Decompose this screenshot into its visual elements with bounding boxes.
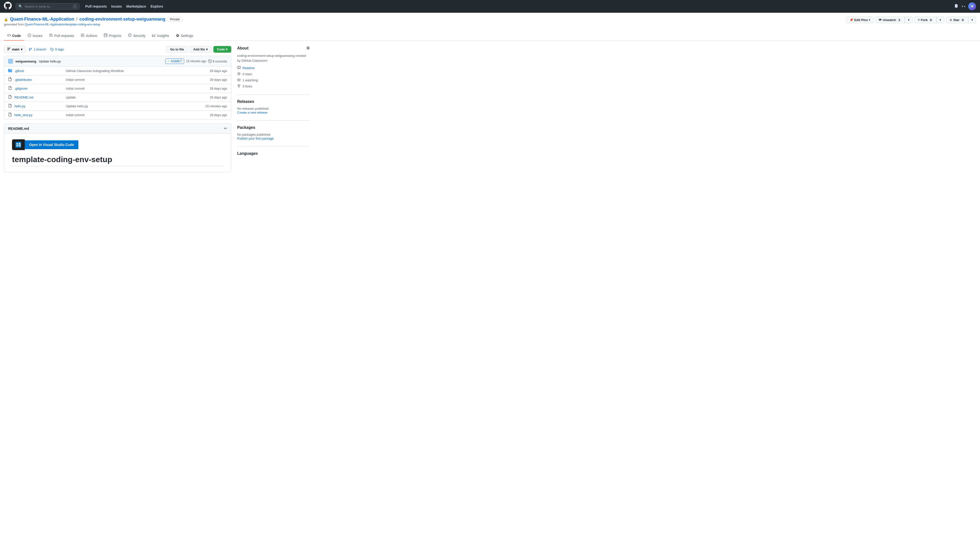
file-name-link[interactable]: README.md: [14, 95, 64, 99]
table-row: .gitignore Initial commit 29 days ago: [4, 84, 231, 93]
star-button[interactable]: ☆ Star 0: [946, 17, 968, 23]
file-time: 29 days ago: [198, 113, 227, 117]
commit-time: 15 minutes ago: [186, 59, 206, 63]
generated-from: generated from Quant-Finance-ML-Applicat…: [4, 23, 846, 26]
branches-link[interactable]: 1 branch: [29, 48, 46, 51]
commit-author-name[interactable]: weiguanwang: [16, 59, 36, 63]
sidebar-languages-title: Languages: [237, 151, 310, 156]
notification-icon[interactable]: [954, 4, 958, 9]
nav-explore[interactable]: Explore: [150, 5, 163, 8]
commits-link[interactable]: 9 commits: [208, 59, 227, 63]
file-name-link[interactable]: hello_test.py: [14, 113, 64, 117]
readme-box: README.md ✏ Open in Visual Studio Code t…: [4, 124, 231, 172]
branch-info: 1 branch 0 tags: [29, 48, 64, 51]
go-to-file-button[interactable]: Go to file: [166, 46, 188, 52]
tags-link[interactable]: 0 tags: [50, 48, 64, 51]
star-icon: ☆: [950, 18, 952, 22]
add-icon[interactable]: +▾: [961, 4, 965, 9]
readme-heading: template-coding-env-setup: [12, 155, 223, 166]
forks-count: 0 forks: [243, 84, 252, 88]
github-logo[interactable]: [4, 2, 12, 11]
template-link[interactable]: Quant-Finance-ML-Application/template-co…: [25, 23, 100, 26]
fork-btn-group: ⑂ Fork 0 ▾: [915, 17, 944, 23]
readme-edit-icon[interactable]: ✏: [224, 126, 227, 131]
fork-button[interactable]: ⑂ Fork 0: [915, 17, 936, 23]
tab-pull-requests-label: Pull requests: [54, 34, 74, 38]
readme-header: README.md ✏: [4, 124, 231, 133]
sidebar-stat-readme: Readme: [237, 66, 310, 70]
unwatch-caret-button[interactable]: ▾: [905, 17, 913, 23]
table-row: hello.py Update hello.py 15 minutes ago: [4, 102, 231, 111]
repo-header-left: 🔒 Quant-Finance-ML-Application / coding-…: [4, 17, 846, 29]
fork-dropdown-icon: ▾: [940, 18, 941, 22]
file-time: 15 minutes ago: [198, 104, 227, 108]
vscode-icon-part: [12, 139, 25, 150]
sidebar-divider-3: [237, 146, 310, 146]
tab-actions[interactable]: Actions: [78, 31, 100, 41]
unwatch-dropdown-icon: ▾: [908, 18, 910, 22]
no-releases-text: No releases published: [237, 107, 310, 110]
branch-name: main: [12, 48, 19, 51]
edit-pins-button[interactable]: 📌 Edit Pins ▾: [846, 17, 874, 23]
readme-link[interactable]: Readme: [243, 66, 255, 70]
vscode-button[interactable]: Open in Visual Studio Code: [12, 139, 78, 150]
code-button[interactable]: Code ▾: [213, 46, 232, 52]
tab-issues-label: Issues: [33, 34, 42, 38]
nav-pull-requests[interactable]: Pull requests: [85, 5, 107, 8]
tab-actions-label: Actions: [86, 34, 97, 38]
file-name-link[interactable]: .github: [14, 69, 64, 73]
avatar[interactable]: W: [968, 2, 976, 10]
file-commit-message: Update hello.py: [66, 104, 195, 108]
file-icon: [8, 113, 12, 117]
sidebar-stat-watching: 1 watching: [237, 78, 310, 82]
nav-marketplace[interactable]: Marketplace: [126, 5, 146, 8]
branch-selector[interactable]: main ▾: [4, 46, 26, 53]
repo-owner-link[interactable]: Quant-Finance-ML-Application: [10, 17, 74, 22]
branch-bar-right: Go to file Add file ▾ Code ▾: [166, 46, 231, 52]
file-commit-message: Initial commit: [66, 78, 195, 81]
file-icon: [8, 86, 12, 91]
search-bar[interactable]: 🔍 /: [16, 3, 80, 10]
file-time: 29 days ago: [198, 87, 227, 91]
file-name-link[interactable]: hello.py: [14, 104, 64, 108]
unwatch-button[interactable]: 👁 Unwatch 1: [875, 17, 905, 23]
tab-code[interactable]: Code: [4, 31, 24, 41]
add-file-button[interactable]: Add file ▾: [189, 46, 212, 52]
add-file-caret-icon: ▾: [206, 48, 208, 51]
eye-stat-icon: [237, 78, 240, 82]
file-icon: [8, 95, 12, 100]
tab-projects-label: Projects: [109, 34, 121, 38]
file-commit-message: update: [66, 95, 195, 99]
commit-message: Update hello.py: [39, 59, 61, 63]
publish-package-link[interactable]: Publish your first package: [237, 137, 274, 140]
star-caret-button[interactable]: ▾: [968, 17, 976, 23]
search-input[interactable]: [24, 5, 71, 8]
tab-security[interactable]: Security: [125, 31, 149, 41]
file-name-link[interactable]: .gitattributes: [14, 78, 64, 81]
star-stat-icon: [237, 72, 240, 76]
fork-caret-button[interactable]: ▾: [936, 17, 944, 23]
commit-hash-box[interactable]: ✓ 42dd8c7: [165, 59, 184, 64]
tab-pull-requests[interactable]: Pull requests: [46, 31, 78, 41]
file-commit-message: Initial commit: [66, 87, 195, 91]
sidebar-gear-icon[interactable]: ⚙: [306, 46, 310, 51]
code-caret-icon: ▾: [226, 48, 228, 51]
lock-icon: 🔒: [4, 17, 8, 21]
nav-issues[interactable]: Issues: [111, 5, 122, 8]
tab-issues[interactable]: Issues: [24, 31, 46, 41]
repo-action-buttons: 📌 Edit Pins ▾ 👁 Unwatch 1 ▾ ⑂ Fork 0: [846, 17, 976, 23]
stars-count: 0 stars: [243, 72, 252, 76]
tab-projects[interactable]: Projects: [100, 31, 125, 41]
readme-stat-icon: [237, 66, 240, 70]
code-tab-icon: [7, 33, 11, 38]
repo-name-link[interactable]: coding-environment-setup-weiguanwang: [80, 17, 165, 22]
tab-settings[interactable]: Settings: [172, 31, 197, 41]
file-name-link[interactable]: .gitignore: [14, 87, 64, 91]
repo-tabs: Code Issues Pull requests Actions Projec…: [4, 31, 976, 41]
projects-tab-icon: [104, 33, 107, 38]
tab-insights[interactable]: Insights: [149, 31, 172, 41]
create-release-link[interactable]: Create a new release: [237, 111, 267, 114]
pr-tab-icon: [49, 33, 52, 38]
eye-icon: 👁: [878, 18, 882, 22]
file-time: 29 days ago: [198, 78, 227, 81]
